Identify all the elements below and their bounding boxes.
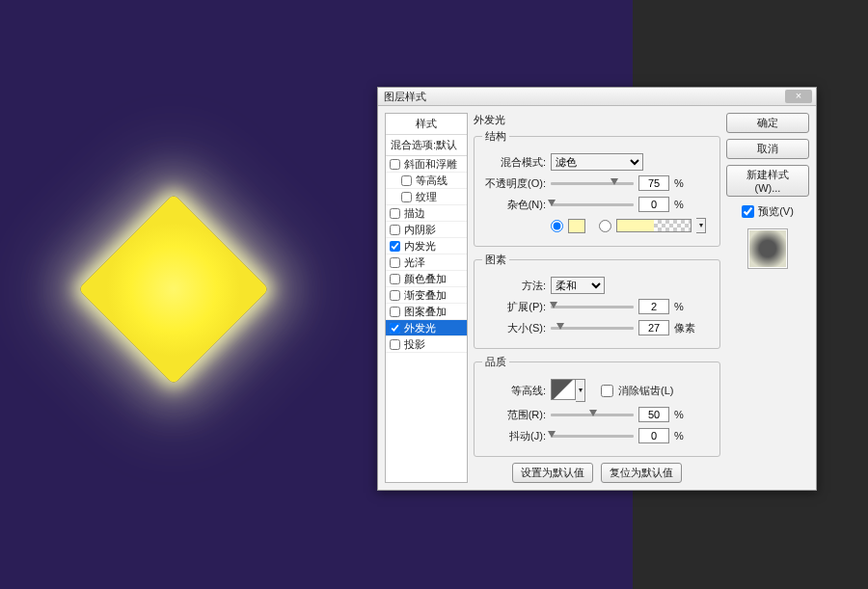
- dialog-title: 图层样式: [384, 90, 426, 104]
- effect-label: 斜面和浮雕: [404, 157, 457, 171]
- range-slider[interactable]: [551, 414, 634, 416]
- effect-label: 图案叠加: [404, 305, 447, 318]
- effect-item-10[interactable]: 外发光: [386, 320, 467, 336]
- noise-input[interactable]: [638, 197, 669, 212]
- effect-checkbox-11[interactable]: [390, 339, 400, 350]
- opacity-input[interactable]: [638, 175, 669, 191]
- effect-settings-panel: 外发光 结构 混合模式: 滤色 不透明度(O): % 杂色(N):: [474, 113, 720, 483]
- effect-checkbox-6[interactable]: [390, 257, 400, 268]
- jitter-input[interactable]: [638, 428, 669, 443]
- range-label: 范围(R):: [482, 408, 546, 422]
- effect-checkbox-9[interactable]: [390, 307, 400, 317]
- effect-label: 等高线: [416, 174, 448, 187]
- antialias-checkbox[interactable]: [601, 385, 613, 397]
- quality-legend: 品质: [482, 355, 509, 369]
- unit-px: 像素: [674, 321, 695, 335]
- effect-item-2[interactable]: 纹理: [386, 189, 467, 205]
- effect-label: 外发光: [404, 321, 436, 335]
- effect-checkbox-2[interactable]: [401, 192, 412, 202]
- preview-checkbox[interactable]: [742, 205, 754, 218]
- effects-list-header[interactable]: 样式: [386, 114, 467, 135]
- preview-thumbnail: [747, 228, 788, 269]
- contour-swatch[interactable]: [551, 379, 576, 400]
- new-style-button[interactable]: 新建样式(W)...: [726, 165, 809, 197]
- effect-checkbox-1[interactable]: [401, 175, 412, 186]
- antialias-label: 消除锯齿(L): [618, 384, 673, 398]
- section-title: 外发光: [474, 113, 720, 127]
- size-slider[interactable]: [551, 327, 634, 330]
- noise-label: 杂色(N):: [482, 198, 546, 212]
- effect-label: 纹理: [416, 190, 437, 203]
- effect-item-3[interactable]: 描边: [386, 205, 467, 222]
- effect-checkbox-0[interactable]: [390, 159, 400, 170]
- reset-default-button[interactable]: 复位为默认值: [601, 463, 682, 483]
- effect-item-9[interactable]: 图案叠加: [386, 304, 467, 320]
- technique-label: 方法:: [482, 279, 546, 293]
- ok-button[interactable]: 确定: [726, 113, 809, 133]
- glow-color-radio[interactable]: [551, 220, 563, 232]
- preview-label: 预览(V): [758, 204, 794, 219]
- gradient-dropdown-icon[interactable]: ▾: [696, 218, 706, 233]
- effect-item-0[interactable]: 斜面和浮雕: [386, 156, 467, 173]
- glow-color-swatch[interactable]: [568, 219, 585, 233]
- quality-group: 品质 等高线: ▾ 消除锯齿(L) 范围(R): %: [474, 355, 720, 457]
- effect-checkbox-8[interactable]: [390, 290, 400, 301]
- layer-style-dialog: 图层样式 × 样式 混合选项:默认 斜面和浮雕等高线纹理描边内阴影内发光光泽颜色…: [377, 87, 817, 491]
- elements-legend: 图素: [482, 253, 509, 267]
- effect-label: 颜色叠加: [404, 272, 447, 285]
- range-input[interactable]: [638, 407, 669, 422]
- structure-legend: 结构: [482, 129, 509, 144]
- noise-slider[interactable]: [551, 203, 634, 206]
- jitter-slider[interactable]: [551, 435, 634, 438]
- technique-select[interactable]: 柔和: [551, 277, 605, 294]
- glow-gradient-swatch[interactable]: [616, 219, 692, 232]
- blend-mode-label: 混合模式:: [482, 155, 546, 170]
- structure-group: 结构 混合模式: 滤色 不透明度(O): % 杂色(N):: [474, 129, 720, 247]
- jitter-label: 抖动(J):: [482, 429, 546, 443]
- effect-item-6[interactable]: 光泽: [386, 254, 467, 271]
- opacity-label: 不透明度(O):: [482, 176, 546, 191]
- unit-pct: %: [674, 409, 684, 420]
- size-label: 大小(S):: [482, 321, 546, 335]
- elements-group: 图素 方法: 柔和 扩展(P): % 大小(S): 像: [474, 253, 720, 349]
- canvas-shape-diamond[interactable]: [78, 194, 269, 385]
- effect-label: 描边: [404, 206, 425, 220]
- spread-label: 扩展(P):: [482, 300, 546, 314]
- effect-item-7[interactable]: 颜色叠加: [386, 271, 467, 287]
- effect-label: 内发光: [404, 239, 436, 253]
- glow-gradient-radio[interactable]: [599, 220, 611, 232]
- effect-checkbox-7[interactable]: [390, 274, 400, 284]
- make-default-button[interactable]: 设置为默认值: [512, 463, 593, 483]
- contour-label: 等高线:: [482, 384, 546, 398]
- effect-item-11[interactable]: 投影: [386, 336, 467, 353]
- contour-dropdown-icon[interactable]: ▾: [576, 379, 585, 402]
- close-button[interactable]: ×: [785, 90, 812, 103]
- dialog-titlebar[interactable]: 图层样式 ×: [378, 88, 816, 106]
- blend-mode-select[interactable]: 滤色: [551, 153, 643, 171]
- effect-label: 投影: [404, 337, 425, 351]
- cancel-button[interactable]: 取消: [726, 139, 809, 159]
- unit-pct: %: [674, 177, 684, 189]
- blend-options-default[interactable]: 混合选项:默认: [386, 135, 467, 156]
- effect-item-5[interactable]: 内发光: [386, 238, 467, 254]
- effect-checkbox-5[interactable]: [390, 241, 400, 252]
- effect-label: 内阴影: [404, 223, 436, 236]
- unit-pct: %: [674, 301, 684, 312]
- effect-item-1[interactable]: 等高线: [386, 173, 467, 189]
- size-input[interactable]: [638, 320, 669, 335]
- opacity-slider[interactable]: [551, 182, 634, 185]
- unit-pct: %: [674, 430, 684, 442]
- effect-item-8[interactable]: 渐变叠加: [386, 287, 467, 304]
- effect-label: 渐变叠加: [404, 288, 447, 302]
- unit-pct: %: [674, 199, 684, 210]
- effect-label: 光泽: [404, 255, 425, 269]
- effect-checkbox-10[interactable]: [390, 323, 400, 334]
- spread-slider[interactable]: [551, 306, 634, 308]
- dialog-right-column: 确定 取消 新建样式(W)... 预览(V): [726, 113, 809, 483]
- spread-input[interactable]: [638, 299, 669, 314]
- effect-item-4[interactable]: 内阴影: [386, 222, 467, 238]
- effect-checkbox-3[interactable]: [390, 208, 400, 219]
- effect-checkbox-4[interactable]: [390, 225, 400, 235]
- effects-list: 样式 混合选项:默认 斜面和浮雕等高线纹理描边内阴影内发光光泽颜色叠加渐变叠加图…: [385, 113, 468, 483]
